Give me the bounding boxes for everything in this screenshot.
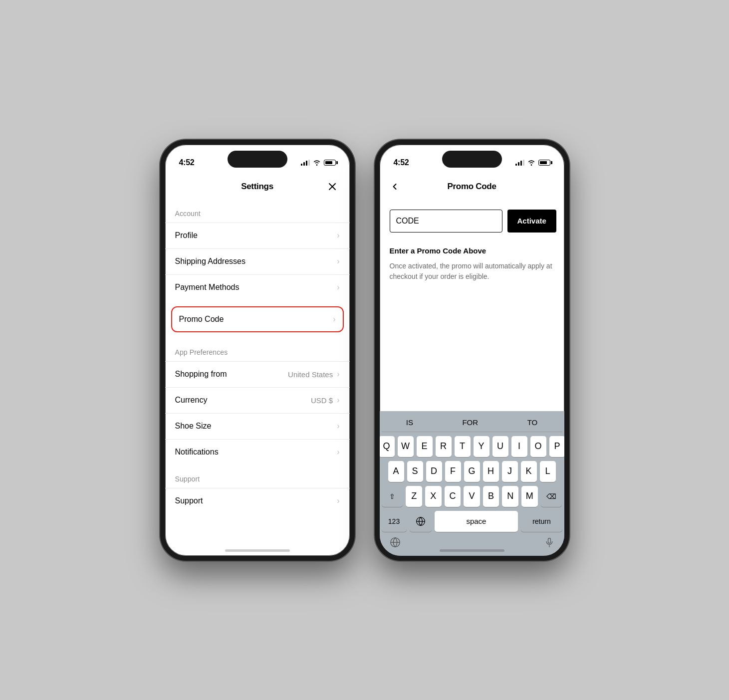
support-section-label: Support [165, 465, 350, 488]
key-k[interactable]: K [521, 461, 537, 482]
keyboard-suggestions: IS FOR TO [382, 415, 562, 432]
settings-title: Settings [241, 182, 273, 192]
globe-key[interactable] [410, 511, 432, 532]
key-p[interactable]: P [549, 436, 564, 457]
key-l[interactable]: L [540, 461, 556, 482]
key-t[interactable]: T [455, 436, 471, 457]
profile-menu-item[interactable]: Profile › [165, 223, 350, 248]
currency-value: USD $ [311, 396, 333, 405]
screen-left: Settings Account Profile › Shipping Addr… [165, 174, 350, 556]
notifications-menu-item[interactable]: Notifications › [165, 439, 350, 465]
promo-code-menu-item-highlighted[interactable]: Promo Code › [171, 306, 344, 332]
globe-bottom-key[interactable] [390, 537, 401, 550]
status-icons-left [301, 160, 336, 166]
svg-rect-6 [548, 538, 550, 543]
key-y[interactable]: Y [474, 436, 489, 457]
keyboard-row-3: ⇧ Z X C V B N M ⌫ [382, 486, 562, 507]
promo-code-input[interactable] [390, 210, 502, 233]
dynamic-island-left [228, 151, 287, 168]
shopping-from-chevron: › [337, 370, 339, 379]
battery-icon-right [538, 160, 550, 166]
back-button[interactable] [390, 182, 400, 192]
key-u[interactable]: U [492, 436, 508, 457]
promo-code-title: Promo Code [447, 182, 496, 192]
keyboard: IS FOR TO Q W E R T Y U I O P A S D [380, 411, 564, 556]
key-f[interactable]: F [445, 461, 461, 482]
shoe-size-menu-item[interactable]: Shoe Size › [165, 413, 350, 439]
notifications-chevron: › [337, 448, 339, 457]
promo-input-row: Activate [390, 210, 554, 233]
key-s[interactable]: S [407, 461, 423, 482]
promo-code-chevron: › [333, 315, 335, 324]
num-key[interactable]: 123 [382, 511, 407, 532]
nav-header-right: Promo Code [380, 174, 564, 200]
key-h[interactable]: H [483, 461, 499, 482]
signal-icon-right [515, 160, 524, 166]
key-o[interactable]: O [530, 436, 546, 457]
keyboard-row-1: Q W E R T Y U I O P [382, 436, 562, 457]
home-indicator-right [440, 549, 504, 552]
promo-description: Once activated, the promo will automatic… [390, 261, 554, 282]
key-b[interactable]: B [483, 486, 499, 507]
suggestion-for[interactable]: FOR [457, 417, 483, 428]
key-a[interactable]: A [388, 461, 404, 482]
wifi-icon-right [527, 160, 535, 166]
key-x[interactable]: X [425, 486, 442, 507]
dynamic-island-right [442, 151, 502, 168]
notifications-label: Notifications [175, 448, 219, 457]
delete-key[interactable]: ⌫ [541, 486, 562, 507]
account-section-label: Account [165, 200, 350, 223]
payment-methods-menu-item[interactable]: Payment Methods › [165, 274, 350, 300]
key-d[interactable]: D [426, 461, 442, 482]
key-r[interactable]: R [436, 436, 452, 457]
key-m[interactable]: M [521, 486, 538, 507]
phone-left: 4:52 Settings [160, 140, 355, 561]
support-menu-item[interactable]: Support › [165, 488, 350, 514]
shopping-from-right: United States › [288, 370, 339, 379]
payment-right: › [337, 283, 339, 292]
shopping-from-menu-item[interactable]: Shopping from United States › [165, 361, 350, 387]
key-n[interactable]: N [502, 486, 518, 507]
suggestion-to[interactable]: TO [522, 417, 543, 428]
shoe-size-right: › [337, 422, 339, 431]
shoe-size-chevron: › [337, 422, 339, 431]
key-w[interactable]: W [398, 436, 414, 457]
time-right: 4:52 [394, 158, 409, 167]
support-label: Support [175, 496, 203, 505]
key-z[interactable]: Z [406, 486, 422, 507]
key-v[interactable]: V [464, 486, 480, 507]
shift-key[interactable]: ⇧ [382, 486, 403, 507]
activate-button[interactable]: Activate [507, 210, 556, 233]
key-e[interactable]: E [417, 436, 433, 457]
promo-heading: Enter a Promo Code Above [390, 246, 554, 255]
microphone-key[interactable] [544, 537, 554, 550]
space-key[interactable]: space [435, 511, 518, 532]
phone-right: 4:52 Promo Code [375, 140, 569, 561]
currency-right: USD $ › [311, 396, 340, 405]
currency-chevron: › [337, 396, 339, 405]
shoe-size-label: Shoe Size [175, 422, 212, 431]
shipping-label: Shipping Addresses [175, 257, 245, 266]
close-button[interactable] [325, 179, 340, 194]
key-c[interactable]: C [445, 486, 461, 507]
battery-icon-left [324, 160, 336, 166]
suggestion-is[interactable]: IS [401, 417, 418, 428]
key-i[interactable]: I [511, 436, 527, 457]
return-key[interactable]: return [521, 511, 562, 532]
shipping-addresses-menu-item[interactable]: Shipping Addresses › [165, 248, 350, 274]
shipping-right: › [337, 257, 339, 266]
shipping-chevron: › [337, 257, 339, 266]
currency-menu-item[interactable]: Currency USD $ › [165, 387, 350, 413]
time-left: 4:52 [179, 158, 195, 167]
key-j[interactable]: J [502, 461, 518, 482]
payment-chevron: › [337, 283, 339, 292]
notifications-right: › [337, 448, 339, 457]
key-g[interactable]: G [464, 461, 480, 482]
key-q[interactable]: Q [380, 436, 395, 457]
nav-header-left: Settings [165, 174, 350, 200]
profile-right: › [337, 231, 339, 240]
keyboard-row-2: A S D F G H J K L [382, 461, 562, 482]
app-preferences-section-label: App Preferences [165, 338, 350, 361]
status-icons-right [515, 160, 550, 166]
support-right: › [337, 496, 339, 505]
